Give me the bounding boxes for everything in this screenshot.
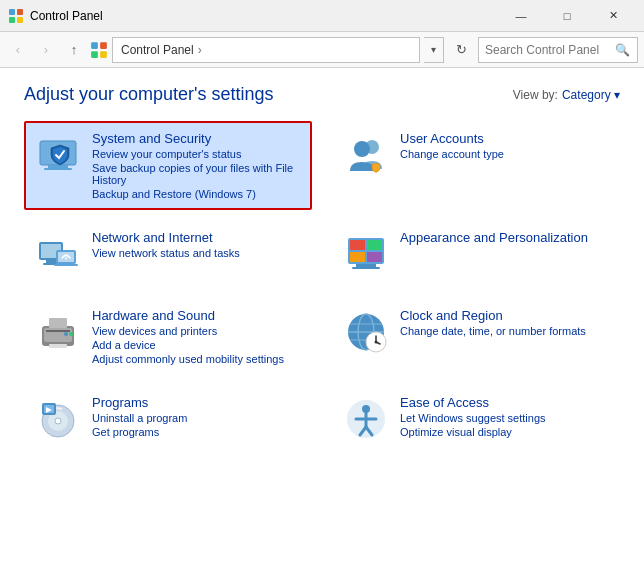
svg-rect-26 <box>367 252 382 262</box>
file-history-link[interactable]: Save backup copies of your files with Fi… <box>92 162 302 186</box>
programs-title[interactable]: Programs <box>92 395 302 410</box>
svg-rect-27 <box>356 264 376 267</box>
user-accounts-item[interactable]: User Accounts Change account type <box>332 121 620 210</box>
programs-icon <box>34 395 82 443</box>
uninstall-program-link[interactable]: Uninstall a program <box>92 412 302 424</box>
svg-point-21 <box>65 258 67 260</box>
search-input[interactable] <box>485 43 615 57</box>
hardware-sound-icon <box>34 308 82 356</box>
viewby-dropdown[interactable]: Category ▾ <box>562 88 620 102</box>
address-dropdown[interactable]: ▾ <box>424 37 444 63</box>
svg-point-49 <box>55 418 61 424</box>
appearance-title[interactable]: Appearance and Personalization <box>400 230 610 245</box>
page-title: Adjust your computer's settings <box>24 84 274 105</box>
system-security-title[interactable]: System and Security <box>92 131 302 146</box>
user-accounts-title[interactable]: User Accounts <box>400 131 610 146</box>
minimize-button[interactable]: — <box>498 0 544 32</box>
change-date-link[interactable]: Change date, time, or number formats <box>400 325 610 337</box>
svg-rect-1 <box>17 9 23 15</box>
programs-text: Programs Uninstall a program Get program… <box>92 395 302 438</box>
svg-point-34 <box>64 332 68 336</box>
svg-rect-7 <box>100 51 107 58</box>
svg-rect-2 <box>9 17 15 23</box>
optimize-visual-link[interactable]: Optimize visual display <box>400 426 610 438</box>
appearance-text: Appearance and Personalization <box>400 230 610 247</box>
add-device-link[interactable]: Add a device <box>92 339 302 351</box>
page-header: Adjust your computer's settings View by:… <box>24 84 620 105</box>
back-button[interactable]: ‹ <box>6 38 30 62</box>
svg-rect-11 <box>44 168 72 170</box>
svg-rect-19 <box>58 252 74 262</box>
clock-region-icon <box>342 308 390 356</box>
svg-rect-0 <box>9 9 15 15</box>
viewby-label: View by: <box>513 88 558 102</box>
svg-rect-28 <box>352 267 380 269</box>
network-internet-title[interactable]: Network and Internet <box>92 230 302 245</box>
address-icon <box>90 41 108 59</box>
svg-rect-23 <box>350 240 365 250</box>
view-devices-link[interactable]: View devices and printers <box>92 325 302 337</box>
review-status-link[interactable]: Review your computer's status <box>92 148 302 160</box>
address-input[interactable]: Control Panel › <box>112 37 420 63</box>
up-button[interactable]: ↑ <box>62 38 86 62</box>
control-panel-icon <box>8 8 24 24</box>
svg-point-35 <box>69 332 73 336</box>
windows-suggest-link[interactable]: Let Windows suggest settings <box>400 412 610 424</box>
system-security-icon <box>34 131 82 179</box>
svg-rect-24 <box>367 240 382 250</box>
change-account-type-link[interactable]: Change account type <box>400 148 610 160</box>
svg-rect-5 <box>100 42 107 49</box>
svg-rect-20 <box>54 264 78 266</box>
forward-button[interactable]: › <box>34 38 58 62</box>
svg-point-13 <box>354 141 370 157</box>
network-internet-icon <box>34 230 82 278</box>
maximize-button[interactable]: □ <box>544 0 590 32</box>
get-programs-link[interactable]: Get programs <box>92 426 302 438</box>
clock-region-text: Clock and Region Change date, time, or n… <box>400 308 610 337</box>
network-internet-item[interactable]: Network and Internet View network status… <box>24 220 312 288</box>
system-security-text: System and Security Review your computer… <box>92 131 302 200</box>
window-title: Control Panel <box>30 9 498 23</box>
appearance-item[interactable]: Appearance and Personalization <box>332 220 620 288</box>
svg-point-45 <box>375 341 378 344</box>
svg-rect-33 <box>49 344 67 348</box>
svg-rect-4 <box>91 42 98 49</box>
ease-of-access-icon <box>342 395 390 443</box>
svg-rect-10 <box>48 165 68 168</box>
mobility-settings-link[interactable]: Adjust commonly used mobility settings <box>92 353 302 365</box>
search-box[interactable]: 🔍 <box>478 37 638 63</box>
hardware-sound-title[interactable]: Hardware and Sound <box>92 308 302 323</box>
breadcrumb-item: Control Panel <box>121 43 194 57</box>
window-controls: — □ ✕ <box>498 0 636 32</box>
svg-rect-31 <box>46 330 70 332</box>
clock-region-title[interactable]: Clock and Region <box>400 308 610 323</box>
ease-of-access-text: Ease of Access Let Windows suggest setti… <box>400 395 610 438</box>
settings-grid: System and Security Review your computer… <box>24 121 620 453</box>
view-by-control: View by: Category ▾ <box>513 88 620 102</box>
backup-restore-link[interactable]: Backup and Restore (Windows 7) <box>92 188 302 200</box>
hardware-sound-item[interactable]: Hardware and Sound View devices and prin… <box>24 298 312 375</box>
system-security-item[interactable]: System and Security Review your computer… <box>24 121 312 210</box>
hardware-sound-text: Hardware and Sound View devices and prin… <box>92 308 302 365</box>
clock-region-item[interactable]: Clock and Region Change date, time, or n… <box>332 298 620 375</box>
user-accounts-text: User Accounts Change account type <box>400 131 610 160</box>
ease-of-access-item[interactable]: Ease of Access Let Windows suggest setti… <box>332 385 620 453</box>
main-content: Adjust your computer's settings View by:… <box>0 68 644 575</box>
svg-rect-3 <box>17 17 23 23</box>
svg-rect-25 <box>350 252 365 262</box>
svg-rect-32 <box>49 318 67 328</box>
svg-rect-6 <box>91 51 98 58</box>
user-accounts-icon <box>342 131 390 179</box>
refresh-button[interactable]: ↻ <box>448 37 474 63</box>
view-network-status-link[interactable]: View network status and tasks <box>92 247 302 259</box>
title-bar: Control Panel — □ ✕ <box>0 0 644 32</box>
close-button[interactable]: ✕ <box>590 0 636 32</box>
programs-item[interactable]: Programs Uninstall a program Get program… <box>24 385 312 453</box>
address-bar: ‹ › ↑ Control Panel › ▾ ↻ 🔍 <box>0 32 644 68</box>
ease-of-access-title[interactable]: Ease of Access <box>400 395 610 410</box>
search-icon: 🔍 <box>615 43 630 57</box>
appearance-icon <box>342 230 390 278</box>
network-internet-text: Network and Internet View network status… <box>92 230 302 259</box>
